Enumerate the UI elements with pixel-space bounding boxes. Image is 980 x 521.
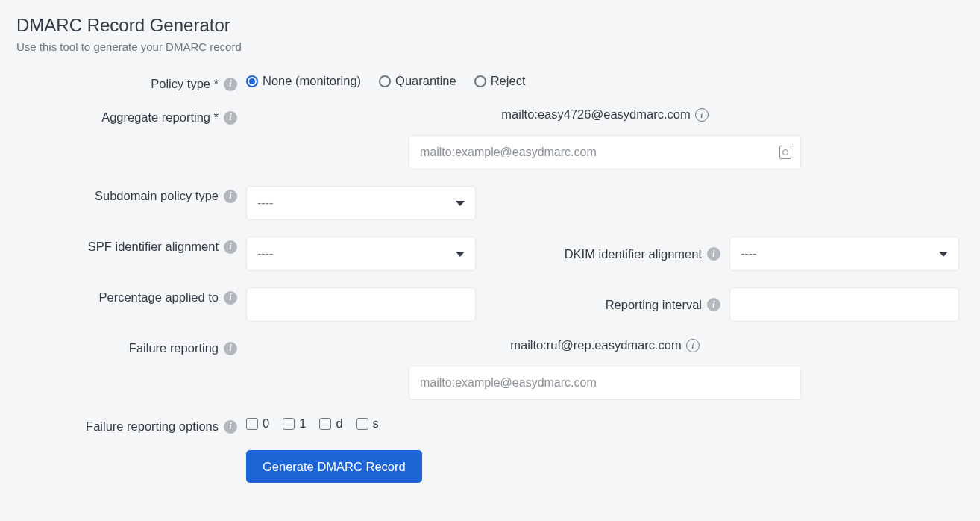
failure-reporting-input[interactable] xyxy=(420,366,790,399)
info-icon[interactable]: i xyxy=(224,78,237,91)
info-icon[interactable]: i xyxy=(695,108,709,122)
chevron-down-icon xyxy=(456,252,465,257)
select-value: ---- xyxy=(741,247,756,260)
subdomain-policy-select[interactable]: ---- xyxy=(246,186,476,220)
checkbox-label: 1 xyxy=(299,417,306,431)
label-percentage: Percentage applied to xyxy=(98,290,219,305)
info-icon[interactable]: i xyxy=(224,420,237,434)
checkbox-fo-0[interactable]: 0 xyxy=(246,417,269,431)
dkim-alignment-select[interactable]: ---- xyxy=(729,237,959,271)
radio-label: Quarantine xyxy=(395,74,456,88)
checkbox-fo-d[interactable]: d xyxy=(319,417,342,431)
checkbox-label: s xyxy=(373,417,379,431)
percentage-input-wrap[interactable] xyxy=(246,287,476,322)
radio-label: Reject xyxy=(491,74,526,88)
radio-policy-none[interactable]: None (monitoring) xyxy=(246,74,361,88)
failure-fixed-value: mailto:ruf@rep.easydmarc.com xyxy=(510,338,682,352)
checkbox-fo-1[interactable]: 1 xyxy=(283,417,306,431)
select-value: ---- xyxy=(257,247,273,260)
checkbox-icon xyxy=(356,418,368,430)
select-value: ---- xyxy=(257,196,273,210)
percentage-input[interactable] xyxy=(257,288,465,321)
chevron-down-icon xyxy=(456,201,465,206)
label-failure-reporting: Failure reporting xyxy=(129,341,219,355)
checkbox-label: 0 xyxy=(263,417,269,431)
reporting-interval-input-wrap[interactable] xyxy=(729,287,959,322)
info-icon[interactable]: i xyxy=(707,298,720,311)
info-icon[interactable]: i xyxy=(224,190,237,203)
info-icon[interactable]: i xyxy=(224,291,237,305)
info-icon[interactable]: i xyxy=(224,111,237,125)
radio-dot-icon xyxy=(474,75,486,87)
checkbox-fo-s[interactable]: s xyxy=(356,417,379,431)
failure-reporting-input-wrap[interactable] xyxy=(409,366,801,400)
checkbox-label: d xyxy=(336,417,342,431)
radio-dot-icon xyxy=(379,75,391,87)
info-icon[interactable]: i xyxy=(686,339,700,352)
chevron-down-icon xyxy=(939,252,948,257)
radio-dot-icon xyxy=(246,75,258,87)
checkbox-icon xyxy=(283,418,295,430)
reporting-interval-input[interactable] xyxy=(741,288,948,321)
label-policy-type: Policy type * xyxy=(151,77,219,91)
aggregate-reporting-input[interactable] xyxy=(420,136,790,169)
radio-policy-reject[interactable]: Reject xyxy=(474,74,526,88)
checkbox-icon xyxy=(319,418,331,430)
generate-button[interactable]: Generate DMARC Record xyxy=(246,450,422,483)
radio-policy-quarantine[interactable]: Quarantine xyxy=(379,74,456,88)
label-dkim-alignment: DKIM identifier alignment xyxy=(565,247,702,261)
label-spf-alignment: SPF identifier alignment xyxy=(88,240,219,254)
page-title: DMARC Record Generator xyxy=(16,15,964,36)
radio-label: None (monitoring) xyxy=(263,74,361,88)
page-subtitle: Use this tool to generate your DMARC rec… xyxy=(16,40,964,53)
info-icon[interactable]: i xyxy=(224,342,237,355)
aggregate-reporting-input-wrap[interactable] xyxy=(409,135,801,169)
info-icon[interactable]: i xyxy=(224,240,237,254)
label-reporting-interval: Reporting interval xyxy=(606,298,702,312)
contacts-icon[interactable] xyxy=(779,146,791,159)
info-icon[interactable]: i xyxy=(707,247,720,260)
spf-alignment-select[interactable]: ---- xyxy=(246,237,476,271)
label-aggregate-reporting: Aggregate reporting * xyxy=(101,110,219,125)
label-failure-options: Failure reporting options xyxy=(86,419,219,434)
label-subdomain-policy: Subdomain policy type xyxy=(95,189,219,203)
checkbox-icon xyxy=(246,418,258,430)
aggregate-fixed-value: mailto:easy4726@easydmarc.com xyxy=(501,107,690,122)
